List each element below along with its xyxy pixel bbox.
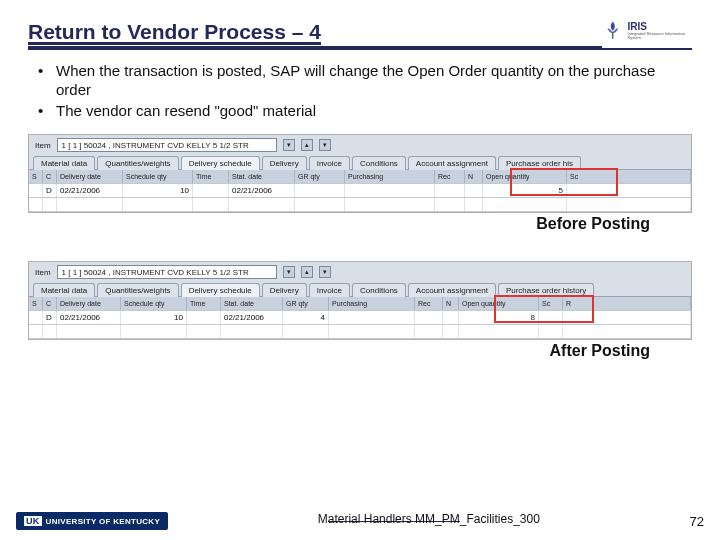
- grid-after: S C Delivery date Schedule qty Time Stat…: [29, 297, 691, 339]
- iris-subtext: Integrated Resource Information System: [628, 32, 692, 40]
- cell-open-qty: 5: [483, 184, 567, 197]
- cell-sc: [539, 311, 563, 324]
- col-open-qty: Open quantity: [483, 170, 567, 183]
- cell-n: [443, 311, 459, 324]
- cell-time: [193, 184, 229, 197]
- tab-account-assignment[interactable]: Account assignment: [408, 156, 496, 170]
- caption-before: Before Posting: [0, 215, 650, 233]
- tab-account-assignment[interactable]: Account assignment: [408, 283, 496, 297]
- col-gr-qty: GR qty: [283, 297, 329, 310]
- cell-c: D: [43, 311, 57, 324]
- nav-down-icon[interactable]: ▾: [319, 266, 331, 278]
- col-time: Time: [187, 297, 221, 310]
- sap-panel-after: Item 1 [ 1 ] 50024 , INSTRUMENT CVD KELL…: [28, 261, 692, 340]
- grid-header-row: S C Delivery date Schedule qty Time Stat…: [29, 170, 691, 184]
- cell-s: [29, 311, 43, 324]
- cell-stat-date: 02/21/2006: [221, 311, 283, 324]
- cell-sched-qty: 10: [123, 184, 193, 197]
- bullet-item: When the transaction is posted, SAP will…: [56, 62, 674, 100]
- cell-delivery-date: 02/21/2006: [57, 184, 123, 197]
- item-label: Item: [35, 141, 51, 150]
- col-sc: Sc: [567, 170, 691, 183]
- tab-conditions[interactable]: Conditions: [352, 283, 406, 297]
- tab-material-data[interactable]: Material data: [33, 156, 95, 170]
- nav-down-icon[interactable]: ▾: [319, 139, 331, 151]
- sap-panel-before: Item 1 [ 1 ] 50024 , INSTRUMENT CVD KELL…: [28, 134, 692, 213]
- tab-delivery[interactable]: Delivery: [262, 283, 307, 297]
- col-n: N: [443, 297, 459, 310]
- uk-badge: UK: [24, 516, 42, 526]
- uk-logo: UK UNIVERSITY OF KENTUCKY: [16, 512, 168, 530]
- col-sched-qty: Schedule qty: [121, 297, 187, 310]
- cell-delivery-date: 02/21/2006: [57, 311, 121, 324]
- tab-invoice[interactable]: Invoice: [309, 156, 350, 170]
- footer-center-text: Material Handlers MM_PM_Facilities_300: [168, 512, 689, 526]
- col-delivery-date: Delivery date: [57, 297, 121, 310]
- cell-gr-qty: 4: [283, 311, 329, 324]
- col-c: C: [43, 170, 57, 183]
- col-n: N: [465, 170, 483, 183]
- cell-open-qty: 8: [459, 311, 539, 324]
- cell-s: [29, 184, 43, 197]
- col-gr-qty: GR qty: [295, 170, 345, 183]
- col-time: Time: [193, 170, 229, 183]
- nav-up-icon[interactable]: ▴: [301, 139, 313, 151]
- col-open-qty: Open quantity: [459, 297, 539, 310]
- col-sc: Sc: [539, 297, 563, 310]
- col-rec: Rec: [435, 170, 465, 183]
- tab-po-history[interactable]: Purchase order history: [498, 283, 594, 297]
- tab-strip: Material data Quantities/weights Deliver…: [29, 155, 691, 170]
- tab-quantities[interactable]: Quantities/weights: [97, 283, 178, 297]
- iris-logo: IRIS Integrated Resource Information Sys…: [602, 14, 692, 48]
- grid-empty-row: [29, 198, 691, 212]
- dropdown-icon[interactable]: ▾: [283, 139, 295, 151]
- tab-quantities[interactable]: Quantities/weights: [97, 156, 178, 170]
- bullet-item: The vendor can resend "good" material: [56, 102, 674, 121]
- iris-flower-icon: [602, 19, 624, 43]
- tab-invoice[interactable]: Invoice: [309, 283, 350, 297]
- bullet-list: When the transaction is posted, SAP will…: [0, 50, 720, 130]
- col-r: R: [563, 297, 691, 310]
- uk-text: UNIVERSITY OF KENTUCKY: [46, 517, 160, 526]
- col-purchasing: Purchasing: [329, 297, 415, 310]
- tab-po-history[interactable]: Purchase order his: [498, 156, 581, 170]
- dropdown-icon[interactable]: ▾: [283, 266, 295, 278]
- col-delivery-date: Delivery date: [57, 170, 123, 183]
- col-s: S: [29, 297, 43, 310]
- cell-purchasing: [345, 184, 435, 197]
- cell-n: [465, 184, 483, 197]
- tab-conditions[interactable]: Conditions: [352, 156, 406, 170]
- tab-delivery-schedule[interactable]: Delivery schedule: [181, 283, 260, 297]
- cell-sched-qty: 10: [121, 311, 187, 324]
- slide-title: Return to Vendor Process – 4: [28, 20, 602, 48]
- tab-strip: Material data Quantities/weights Deliver…: [29, 282, 691, 297]
- item-label: Item: [35, 268, 51, 277]
- slide-footer: UK UNIVERSITY OF KENTUCKY Material Handl…: [0, 512, 720, 530]
- grid-empty-row: [29, 325, 691, 339]
- grid-data-row[interactable]: D 02/21/2006 10 02/21/2006 5: [29, 184, 691, 198]
- cell-rec: [435, 184, 465, 197]
- tab-material-data[interactable]: Material data: [33, 283, 95, 297]
- col-sched-qty: Schedule qty: [123, 170, 193, 183]
- col-c: C: [43, 297, 57, 310]
- grid-header-row: S C Delivery date Schedule qty Time Stat…: [29, 297, 691, 311]
- col-stat-date: Stat. date: [221, 297, 283, 310]
- cell-time: [187, 311, 221, 324]
- item-dropdown[interactable]: 1 [ 1 ] 50024 , INSTRUMENT CVD KELLY 5 1…: [57, 138, 277, 152]
- cell-purchasing: [329, 311, 415, 324]
- tab-delivery[interactable]: Delivery: [262, 156, 307, 170]
- grid-data-row[interactable]: D 02/21/2006 10 02/21/2006 4 8: [29, 311, 691, 325]
- cell-gr-qty: [295, 184, 345, 197]
- cell-r: [563, 311, 691, 324]
- item-dropdown[interactable]: 1 [ 1 ] 50024 , INSTRUMENT CVD KELLY 5 1…: [57, 265, 277, 279]
- cell-sc: [567, 184, 691, 197]
- nav-up-icon[interactable]: ▴: [301, 266, 313, 278]
- cell-stat-date: 02/21/2006: [229, 184, 295, 197]
- col-stat-date: Stat. date: [229, 170, 295, 183]
- page-number: 72: [690, 514, 704, 529]
- grid-before: S C Delivery date Schedule qty Time Stat…: [29, 170, 691, 212]
- tab-delivery-schedule[interactable]: Delivery schedule: [181, 156, 260, 170]
- cell-rec: [415, 311, 443, 324]
- col-s: S: [29, 170, 43, 183]
- cell-c: D: [43, 184, 57, 197]
